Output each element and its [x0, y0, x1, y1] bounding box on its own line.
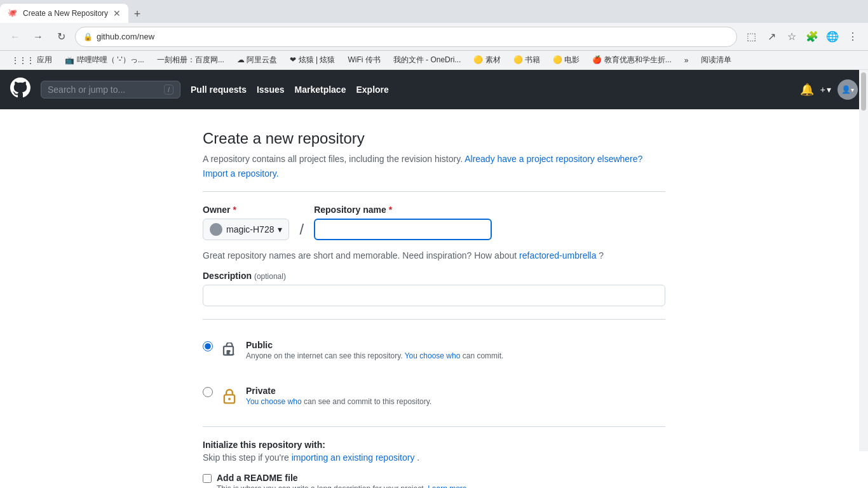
- importing-link[interactable]: importing an existing repository: [292, 452, 415, 463]
- already-have-link[interactable]: Already have a project repository elsewh…: [465, 154, 642, 164]
- owner-label: Owner *: [203, 205, 289, 215]
- public-description: Anyone on the internet can see this repo…: [246, 351, 665, 360]
- github-logo[interactable]: [10, 78, 31, 102]
- extensions-button[interactable]: 🧩: [803, 28, 821, 46]
- svg-point-0: [214, 225, 219, 230]
- repo-name-group: Repository name *: [314, 205, 492, 240]
- bookmark-education[interactable]: 🍎 教育优惠和学生折...: [587, 53, 676, 67]
- readme-checkbox[interactable]: [203, 474, 212, 483]
- init-section-title: Initialize this repository with:: [203, 440, 665, 450]
- visibility-divider: [203, 319, 665, 320]
- repo-name-label: Repository name *: [314, 205, 492, 215]
- readme-learn-more-link[interactable]: Learn more.: [428, 484, 469, 488]
- init-subtitle-prefix: Skip this step if you're: [203, 452, 292, 463]
- reload-button[interactable]: ↻: [52, 28, 70, 46]
- nav-marketplace[interactable]: Marketplace: [295, 85, 346, 95]
- init-divider: [203, 426, 665, 427]
- nav-explore[interactable]: Explore: [356, 85, 388, 95]
- bookmark-bilibili[interactable]: 📺 哔哩哔哩（ '-'）っ...: [60, 53, 149, 67]
- initialize-section: Initialize this repository with: Skip th…: [203, 440, 665, 488]
- page-subtitle: A repository contains all project files,…: [203, 152, 665, 166]
- url-text: github.com/new: [97, 32, 729, 41]
- scrollbar-thumb[interactable]: [861, 72, 866, 111]
- search-bar[interactable]: Search or jump to... /: [41, 81, 180, 98]
- private-who-link[interactable]: You choose who: [246, 397, 302, 406]
- description-input[interactable]: [203, 285, 665, 306]
- bilibili-icon: 📺: [65, 56, 74, 65]
- notifications-icon[interactable]: 🔔: [800, 83, 814, 97]
- owner-name: magic-H728: [226, 224, 274, 234]
- bookmark-sucai[interactable]: 🟡 素材: [468, 53, 505, 67]
- svg-rect-5: [231, 354, 234, 355]
- lock-icon: 🔒: [83, 32, 93, 41]
- private-option: Private You choose who can see and commi…: [203, 378, 665, 414]
- subtitle-text: A repository contains all project files,…: [203, 154, 463, 164]
- init-subtitle-suffix: .: [417, 452, 419, 463]
- bookmark-yike[interactable]: 一刻相册：百度网...: [152, 53, 229, 67]
- bookmark-reading-list[interactable]: 阅读清单: [696, 53, 736, 67]
- private-icon: [219, 386, 240, 406]
- readme-label[interactable]: Add a README file: [217, 473, 298, 483]
- public-who-link[interactable]: You choose who: [405, 351, 461, 360]
- plus-icon: +: [820, 85, 825, 95]
- bookmark-button[interactable]: ☆: [783, 28, 801, 46]
- menu-button[interactable]: ⋮: [844, 28, 862, 46]
- public-radio[interactable]: [203, 341, 213, 351]
- screenshot-button[interactable]: ⬚: [742, 28, 760, 46]
- description-optional: (optional): [254, 272, 286, 281]
- private-title: Private: [246, 386, 665, 396]
- user-avatar[interactable]: 👤 ▾: [837, 79, 858, 100]
- bookmark-xuanyuan[interactable]: ❤ 炫猿 | 炫猿: [285, 53, 340, 67]
- plus-chevron: ▾: [827, 85, 831, 95]
- svg-point-1: [212, 231, 220, 236]
- browser-toolbar: ← → ↻ 🔒 github.com/new ⬚ ↗ ☆ 🧩 🌐 ⋮: [0, 23, 868, 51]
- private-description: You choose who can see and commit to thi…: [246, 397, 665, 406]
- active-tab[interactable]: 🐙 Create a New Repository ✕: [0, 4, 128, 23]
- profile-button[interactable]: 🌐: [824, 28, 841, 46]
- public-content: Public Anyone on the internet can see th…: [246, 340, 665, 360]
- private-content: Private You choose who can see and commi…: [246, 386, 665, 406]
- avatar-icon: 👤: [841, 85, 851, 94]
- bookmark-onedrive[interactable]: 我的文件 - OneDri...: [388, 53, 466, 67]
- share-button[interactable]: ↗: [763, 28, 780, 46]
- tab-title: Create a New Repository: [23, 9, 108, 18]
- owner-chevron-icon: ▾: [278, 224, 282, 234]
- readme-description: This is where you can write a long descr…: [217, 484, 469, 488]
- new-tab-button[interactable]: +: [128, 5, 146, 23]
- nav-pull-requests[interactable]: Pull requests: [191, 85, 247, 95]
- browser-action-buttons: ⬚ ↗ ☆ 🧩 🌐 ⋮: [742, 28, 862, 46]
- suggested-name-link[interactable]: refactored-umbrella: [519, 250, 596, 261]
- browser-window: 🐙 Create a New Repository ✕ + ← → ↻ 🔒 gi…: [0, 0, 868, 70]
- private-radio[interactable]: [203, 387, 213, 397]
- main-navigation: Pull requests Issues Marketplace Explore: [191, 85, 790, 95]
- form-divider: [203, 191, 665, 192]
- search-placeholder: Search or jump to...: [48, 85, 159, 95]
- nav-issues[interactable]: Issues: [257, 85, 285, 95]
- svg-point-4: [229, 352, 231, 354]
- readme-content: Add a README file This is where you can …: [217, 473, 469, 488]
- bookmark-more[interactable]: »: [679, 55, 694, 66]
- github-header: Search or jump to... / Pull requests Iss…: [0, 70, 868, 109]
- owner-repo-row: Owner * magic-H728 ▾ / Repository name *: [203, 205, 665, 240]
- bookmark-aliyun[interactable]: ☁ 阿里云盘: [232, 53, 282, 67]
- bookmark-wifi[interactable]: WiFi 传书: [342, 53, 385, 67]
- owner-group: Owner * magic-H728 ▾: [203, 205, 289, 240]
- import-repository-link[interactable]: Import a repository.: [203, 168, 279, 179]
- tab-close-button[interactable]: ✕: [113, 8, 121, 18]
- back-button[interactable]: ←: [6, 28, 24, 46]
- address-bar[interactable]: 🔒 github.com/new: [75, 27, 737, 47]
- search-keyboard-shortcut: /: [164, 85, 173, 95]
- bookmark-apps[interactable]: ⋮⋮⋮ 应用: [6, 53, 57, 67]
- public-option: Public Anyone on the internet can see th…: [203, 332, 665, 368]
- bookmarks-bar: ⋮⋮⋮ 应用 📺 哔哩哔哩（ '-'）っ... 一刻相册：百度网... ☁ 阿里…: [0, 51, 868, 70]
- owner-avatar-img: [210, 223, 222, 236]
- forward-button[interactable]: →: [29, 28, 47, 46]
- bookmark-movies[interactable]: 🟡 电影: [548, 53, 585, 67]
- tab-favicon: 🐙: [8, 8, 18, 18]
- owner-dropdown[interactable]: magic-H728 ▾: [203, 219, 289, 240]
- browser-tab-bar: 🐙 Create a New Repository ✕ +: [0, 0, 868, 23]
- create-new-button[interactable]: + ▾: [820, 85, 831, 95]
- bookmark-books[interactable]: 🟡 书籍: [508, 53, 545, 67]
- repository-name-input[interactable]: [314, 219, 492, 240]
- vertical-scrollbar[interactable]: [859, 70, 868, 451]
